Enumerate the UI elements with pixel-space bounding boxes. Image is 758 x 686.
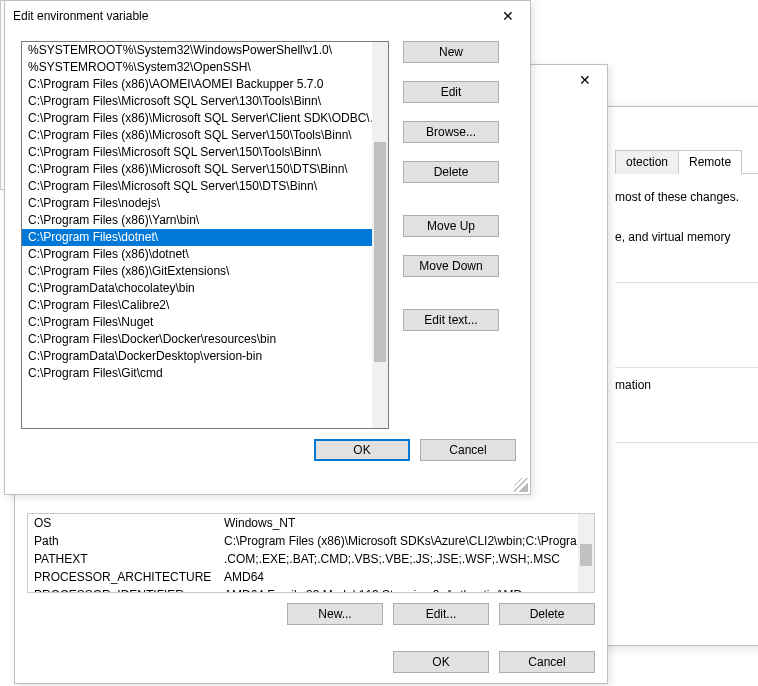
path-list-item[interactable]: C:\Program Files\dotnet\ bbox=[22, 229, 388, 246]
variable-value: AMD64 bbox=[218, 570, 594, 584]
path-list-item[interactable]: C:\Program Files\Calibre2\ bbox=[22, 297, 388, 314]
path-list-item[interactable]: C:\Program Files (x86)\Microsoft SQL Ser… bbox=[22, 161, 388, 178]
edit-environment-variable-dialog: Edit environment variable ✕ %SYSTEMROOT%… bbox=[4, 0, 531, 495]
move-up-button[interactable]: Move Up bbox=[403, 215, 499, 237]
new-button[interactable]: New bbox=[403, 41, 499, 63]
path-list-item[interactable]: C:\Program Files (x86)\Microsoft SQL Ser… bbox=[22, 110, 388, 127]
tab-protection[interactable]: otection bbox=[615, 150, 679, 174]
dialog-title: Edit environment variable bbox=[13, 9, 486, 23]
variable-value: Windows_NT bbox=[218, 516, 594, 530]
delete-button[interactable]: Delete bbox=[499, 603, 595, 625]
variable-name: PATHEXT bbox=[28, 552, 218, 566]
variable-value: AMD64 Family 23 Model 113 Stepping 0, Au… bbox=[218, 588, 594, 593]
path-list-item[interactable]: C:\ProgramData\chocolatey\bin bbox=[22, 280, 388, 297]
table-row[interactable]: PathC:\Program Files (x86)\Microsoft SDK… bbox=[28, 532, 594, 550]
close-icon[interactable]: ✕ bbox=[563, 65, 607, 95]
path-list-item[interactable]: C:\Program Files\Microsoft SQL Server\15… bbox=[22, 178, 388, 195]
variable-value: C:\Program Files (x86)\Microsoft SDKs\Az… bbox=[218, 534, 594, 548]
cancel-button[interactable]: Cancel bbox=[420, 439, 516, 461]
resize-grip-icon[interactable] bbox=[514, 478, 528, 492]
tab-remote[interactable]: Remote bbox=[678, 150, 742, 174]
variable-name: PROCESSOR_IDENTIFIER bbox=[28, 588, 218, 593]
path-list-item[interactable]: C:\ProgramData\DockerDesktop\version-bin bbox=[22, 348, 388, 365]
table-row[interactable]: OSWindows_NT bbox=[28, 514, 594, 532]
scrollbar[interactable] bbox=[372, 42, 388, 428]
delete-button[interactable]: Delete bbox=[403, 161, 499, 183]
path-list-item[interactable]: C:\Program Files (x86)\Yarn\bin\ bbox=[22, 212, 388, 229]
path-list-item[interactable]: C:\Program Files (x86)\Microsoft SQL Ser… bbox=[22, 127, 388, 144]
variable-name: PROCESSOR_ARCHITECTURE bbox=[28, 570, 218, 584]
close-icon[interactable]: ✕ bbox=[486, 1, 530, 31]
system-variables-list[interactable]: OSWindows_NTPathC:\Program Files (x86)\M… bbox=[27, 513, 595, 593]
system-properties-dialog: ✕ otection Remote most of these changes.… bbox=[600, 106, 758, 646]
edit-text-button[interactable]: Edit text... bbox=[403, 309, 499, 331]
path-list-item[interactable]: C:\Program Files\nodejs\ bbox=[22, 195, 388, 212]
path-list-item[interactable]: C:\Program Files (x86)\GitExtensions\ bbox=[22, 263, 388, 280]
variable-name: OS bbox=[28, 516, 218, 530]
edit-button[interactable]: Edit bbox=[403, 81, 499, 103]
path-list[interactable]: %SYSTEMROOT%\System32\WindowsPowerShell\… bbox=[21, 41, 389, 429]
startup-desc: mation bbox=[615, 378, 758, 392]
new-button[interactable]: New... bbox=[287, 603, 383, 625]
path-list-item[interactable]: C:\Program Files\Docker\Docker\resources… bbox=[22, 331, 388, 348]
variable-value: .COM;.EXE;.BAT;.CMD;.VBS;.VBE;.JS;.JSE;.… bbox=[218, 552, 594, 566]
ok-button[interactable]: OK bbox=[393, 651, 489, 673]
table-row[interactable]: PROCESSOR_ARCHITECTUREAMD64 bbox=[28, 568, 594, 586]
path-list-item[interactable]: C:\Program Files\Microsoft SQL Server\13… bbox=[22, 93, 388, 110]
path-list-item[interactable]: C:\Program Files (x86)\AOMEI\AOMEI Backu… bbox=[22, 76, 388, 93]
variable-name: Path bbox=[28, 534, 218, 548]
cancel-button[interactable]: Cancel bbox=[499, 651, 595, 673]
tabstrip: otection Remote bbox=[615, 149, 758, 174]
path-list-item[interactable]: C:\Program Files\Git\cmd bbox=[22, 365, 388, 382]
table-row[interactable]: PATHEXT.COM;.EXE;.BAT;.CMD;.VBS;.VBE;.JS… bbox=[28, 550, 594, 568]
edit-button[interactable]: Edit... bbox=[393, 603, 489, 625]
perf-desc2: e, and virtual memory bbox=[615, 230, 758, 244]
browse-button[interactable]: Browse... bbox=[403, 121, 499, 143]
path-list-item[interactable]: C:\Program Files\Microsoft SQL Server\15… bbox=[22, 144, 388, 161]
path-list-item[interactable]: C:\Program Files\Nuget bbox=[22, 314, 388, 331]
path-list-item[interactable]: C:\Program Files (x86)\dotnet\ bbox=[22, 246, 388, 263]
move-down-button[interactable]: Move Down bbox=[403, 255, 499, 277]
perf-desc: most of these changes. bbox=[615, 190, 758, 204]
ok-button[interactable]: OK bbox=[314, 439, 410, 461]
table-row[interactable]: PROCESSOR_IDENTIFIERAMD64 Family 23 Mode… bbox=[28, 586, 594, 593]
scrollbar[interactable] bbox=[578, 514, 594, 592]
path-list-item[interactable]: %SYSTEMROOT%\System32\OpenSSH\ bbox=[22, 59, 388, 76]
path-list-item[interactable]: %SYSTEMROOT%\System32\WindowsPowerShell\… bbox=[22, 42, 388, 59]
